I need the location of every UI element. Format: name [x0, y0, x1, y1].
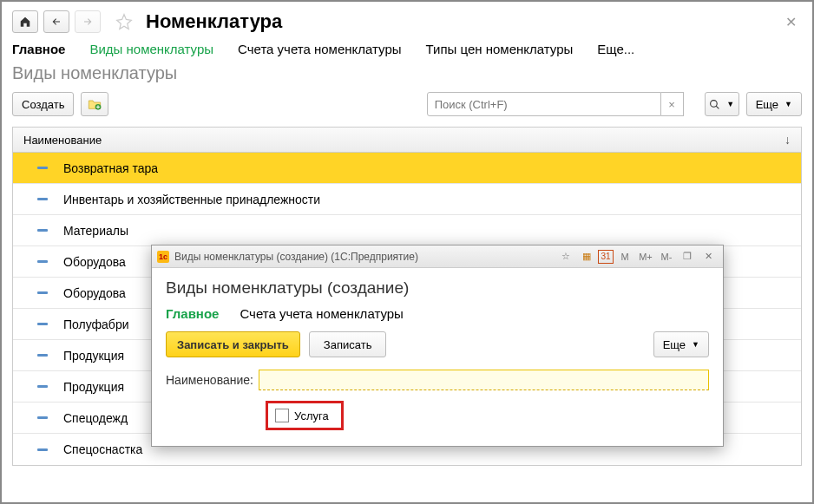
toolbar-m-button[interactable]: M [615, 248, 634, 265]
page-title: Номенклатура [146, 10, 282, 33]
back-button[interactable] [43, 10, 69, 33]
item-icon [37, 416, 48, 419]
dialog-window-title: Виды номенклатуры (создание) (1С:Предпри… [174, 251, 418, 263]
save-label: Записать [324, 338, 372, 351]
chevron-down-icon: ▼ [692, 340, 699, 349]
close-page-button[interactable]: ✕ [780, 12, 802, 32]
dialog-close-button[interactable]: ✕ [699, 248, 718, 265]
list-item-label: Материалы [63, 224, 128, 238]
create-button-label: Создать [22, 98, 64, 111]
column-header-name: Наименование [23, 134, 102, 147]
dialog-titlebar[interactable]: 1c Виды номенклатуры (создание) (1С:Пред… [152, 245, 723, 268]
table-header[interactable]: Наименование ↓ [12, 127, 802, 153]
item-icon [37, 448, 48, 451]
tab-price-types[interactable]: Типы цен номенклатуры [426, 42, 574, 56]
list-item[interactable]: Инвентарь и хозяйственные принадлежности [13, 184, 801, 215]
toolbar-calculator-icon[interactable]: ▦ [577, 248, 596, 265]
more-button[interactable]: Еще ▼ [746, 92, 802, 116]
dialog-more-label: Еще [663, 338, 686, 351]
service-checkbox[interactable] [275, 409, 289, 422]
dialog-heading: Виды номенклатуры (создание) [166, 278, 709, 298]
toolbar-favorite-icon[interactable]: ☆ [556, 248, 575, 265]
item-icon [37, 354, 48, 357]
service-checkbox-label: Услуга [294, 409, 329, 422]
list-item[interactable]: Возвратная тара [13, 153, 801, 184]
item-icon [37, 323, 48, 325]
section-title: Виды номенклатуры [12, 63, 802, 83]
tab-accounts[interactable]: Счета учета номенклатуры [238, 42, 401, 56]
chevron-down-icon: ▼ [784, 100, 792, 108]
create-button[interactable]: Создать [12, 92, 74, 116]
name-field-label: Наименование: [166, 373, 253, 387]
dialog-tab-accounts[interactable]: Счета учета номенклатуры [240, 306, 403, 321]
item-icon [37, 229, 48, 232]
name-input[interactable] [259, 370, 709, 390]
item-icon [37, 198, 48, 200]
app-1c-icon: 1c [157, 251, 169, 263]
list-item-label: Продукция [63, 349, 124, 363]
list-item-label: Спецодежд [63, 411, 128, 425]
dialog-actions: Записать и закрыть Записать Еще ▼ [166, 331, 709, 357]
item-icon [37, 167, 48, 169]
list-item[interactable]: Материалы [13, 215, 801, 246]
dialog-tabs: Главное Счета учета номенклатуры [166, 306, 709, 321]
create-type-dialog: 1c Виды номенклатуры (создание) (1С:Пред… [151, 245, 724, 447]
save-and-close-button[interactable]: Записать и закрыть [166, 331, 300, 357]
dialog-maximize-button[interactable]: ❐ [678, 248, 697, 265]
create-folder-button[interactable] [81, 92, 108, 116]
list-item-label: Возвратная тара [63, 161, 158, 175]
list-item-label: Оборудова [63, 286, 126, 300]
chevron-down-icon: ▼ [726, 100, 734, 108]
search-dropdown-button[interactable]: ▼ [705, 92, 739, 116]
dialog-more-button[interactable]: Еще ▼ [653, 331, 709, 357]
main-tabs: Главное Виды номенклатуры Счета учета но… [12, 42, 802, 56]
more-button-label: Еще [756, 98, 778, 111]
name-field-row: Наименование: [166, 370, 709, 390]
home-button[interactable] [12, 10, 38, 33]
action-row: Создать × ▼ Еще ▼ [12, 92, 802, 116]
list-item-label: Спецоснастка [63, 442, 142, 456]
list-item-label: Продукция [63, 380, 124, 394]
dialog-tab-main[interactable]: Главное [166, 306, 219, 321]
list-item-label: Инвентарь и хозяйственные принадлежности [63, 193, 320, 206]
folder-plus-icon [88, 98, 102, 110]
sort-indicator-icon: ↓ [784, 133, 791, 147]
toolbar-mminus-button[interactable]: M- [657, 248, 676, 265]
arrow-right-icon [82, 16, 94, 27]
item-icon [37, 385, 48, 388]
save-button[interactable]: Записать [309, 331, 387, 357]
save-and-close-label: Записать и закрыть [177, 338, 289, 351]
item-icon [37, 291, 48, 294]
tab-types[interactable]: Виды номенклатуры [89, 42, 213, 56]
toolbar-calendar-icon[interactable]: 31 [598, 250, 614, 264]
tab-more[interactable]: Еще... [597, 42, 634, 56]
top-toolbar: Номенклатура ✕ [12, 10, 802, 33]
toolbar-mplus-button[interactable]: M+ [636, 248, 655, 265]
svg-point-1 [711, 100, 718, 107]
list-item-label: Полуфабри [63, 317, 128, 331]
home-icon [19, 16, 31, 28]
star-icon [115, 13, 133, 30]
service-checkbox-wrap[interactable]: Услуга [266, 401, 344, 430]
forward-button[interactable] [75, 10, 101, 33]
search-icon [709, 99, 720, 110]
list-item-label: Оборудова [63, 255, 126, 269]
search-clear-button[interactable]: × [661, 92, 684, 116]
search-input[interactable] [427, 92, 661, 116]
arrow-left-icon [50, 16, 62, 27]
tab-main[interactable]: Главное [12, 42, 65, 56]
item-icon [37, 260, 48, 263]
favorite-icon[interactable] [115, 12, 134, 31]
